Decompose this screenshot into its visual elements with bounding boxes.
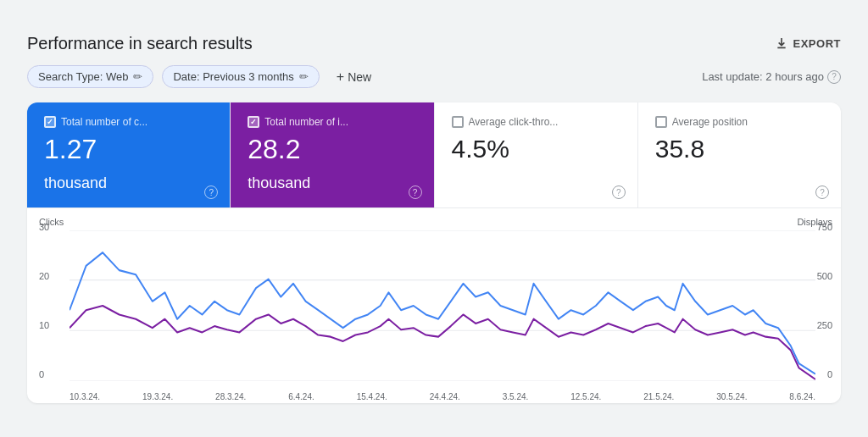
metric-card-position[interactable]: Average position 35.8 ?	[638, 102, 841, 207]
edit-icon: ✏	[133, 70, 142, 83]
export-icon	[775, 36, 788, 50]
metric-label-impressions: Total number of i...	[264, 116, 348, 128]
main-card: Total number of c... 1.27 thousand ? Tot…	[27, 102, 841, 403]
date-range-filter[interactable]: Date: Previous 3 months ✏	[162, 65, 319, 88]
metric-checkbox-clicks[interactable]	[44, 116, 56, 128]
x-axis-labels: 10.3.24. 19.3.24. 28.3.24. 6.4.24. 15.4.…	[70, 392, 815, 401]
search-type-filter[interactable]: Search Type: Web ✏	[27, 65, 153, 88]
metric-checkbox-position[interactable]	[655, 116, 667, 128]
metric-value-ctr: 4.5%	[452, 135, 620, 163]
chart-labels-left: 30 20 10 0	[39, 208, 49, 403]
chart-svg	[70, 230, 815, 381]
top-bar: Performance in search results EXPORT	[27, 34, 841, 53]
export-button[interactable]: EXPORT	[775, 36, 841, 50]
metric-value-position: 35.8	[655, 135, 824, 163]
metric-checkbox-impressions[interactable]	[248, 116, 259, 128]
help-icon-impressions[interactable]: ?	[409, 185, 422, 199]
help-icon-position[interactable]: ?	[815, 185, 829, 199]
new-button[interactable]: + New	[328, 65, 380, 89]
help-icon-clicks[interactable]: ?	[204, 185, 218, 199]
metrics-row: Total number of c... 1.27 thousand ? Tot…	[27, 102, 841, 208]
metric-label-ctr: Average click-thro...	[469, 116, 559, 128]
metric-checkbox-ctr[interactable]	[452, 116, 464, 128]
metric-label-clicks: Total number of c...	[61, 116, 147, 128]
edit-icon: ✏	[299, 70, 309, 83]
chart-labels-right: 750 500 250 0	[817, 208, 832, 403]
page-title: Performance in search results	[27, 34, 253, 53]
main-container: Performance in search results EXPORT Sea…	[10, 20, 858, 417]
help-icon-ctr[interactable]: ?	[612, 185, 626, 199]
metric-value-clicks: 1.27 thousand	[44, 135, 213, 194]
metric-card-impressions[interactable]: Total number of i... 28.2 thousand ?	[231, 102, 434, 207]
metric-card-ctr[interactable]: Average click-thro... 4.5% ?	[435, 102, 638, 207]
help-icon[interactable]: ?	[827, 70, 841, 84]
last-update: Last update: 2 hours ago ?	[702, 70, 841, 84]
metric-card-clicks[interactable]: Total number of c... 1.27 thousand ?	[27, 102, 231, 207]
filters-bar: Search Type: Web ✏ Date: Previous 3 mont…	[27, 65, 841, 89]
metric-value-impressions: 28.2 thousand	[248, 135, 416, 194]
chart-area: Clicks Displays 30 20 10 0 750 500 250 0	[27, 208, 841, 403]
plus-icon: +	[337, 69, 344, 85]
metric-label-position: Average position	[672, 116, 748, 128]
